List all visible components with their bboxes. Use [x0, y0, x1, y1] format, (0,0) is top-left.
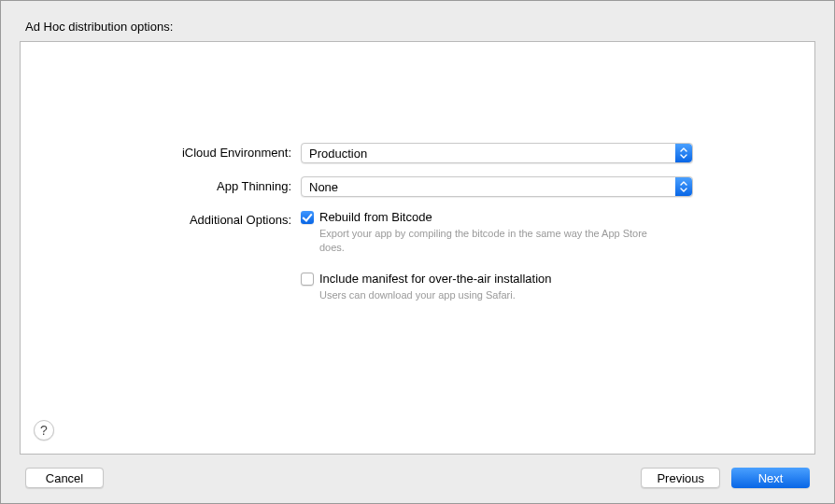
icloud-environment-select[interactable]: Production: [301, 143, 693, 163]
help-button[interactable]: ?: [34, 420, 54, 441]
chevrons-updown-icon: [675, 144, 692, 162]
icloud-row: iCloud Environment: Production: [21, 143, 786, 163]
thinning-label: App Thinning:: [21, 176, 301, 193]
previous-button[interactable]: Previous: [641, 468, 720, 488]
chevrons-updown-icon: [675, 177, 692, 196]
include-manifest-label: Include manifest for over-the-air instal…: [319, 272, 552, 287]
icloud-environment-value: Production: [309, 147, 367, 161]
manifest-group: Include manifest for over-the-air instal…: [301, 272, 693, 302]
rebuild-bitcode-label: Rebuild from Bitcode: [319, 210, 432, 225]
additional-options-row: Additional Options: Rebuild from Bitcode…: [21, 210, 786, 319]
next-button[interactable]: Next: [731, 468, 810, 488]
distribution-options-dialog: Ad Hoc distribution options: iCloud Envi…: [0, 0, 835, 504]
app-thinning-value: None: [309, 180, 338, 194]
include-manifest-checkbox[interactable]: [301, 273, 314, 286]
button-bar: Cancel Previous Next: [20, 468, 815, 488]
rebuild-bitcode-checkbox[interactable]: [301, 211, 314, 224]
rebuild-bitcode-group: Rebuild from Bitcode Export your app by …: [301, 210, 693, 255]
content-panel: iCloud Environment: Production App Thinn…: [20, 41, 815, 455]
app-thinning-select[interactable]: None: [301, 176, 693, 197]
help-icon: ?: [40, 423, 48, 438]
include-manifest-hint: Users can download your app using Safari…: [319, 288, 674, 302]
rebuild-bitcode-hint: Export your app by compiling the bitcode…: [319, 227, 674, 255]
dialog-title: Ad Hoc distribution options:: [25, 20, 815, 34]
additional-options-label: Additional Options:: [21, 210, 301, 227]
thinning-row: App Thinning: None: [21, 176, 786, 197]
cancel-button[interactable]: Cancel: [25, 468, 104, 488]
form-area: iCloud Environment: Production App Thinn…: [21, 143, 814, 332]
icloud-label: iCloud Environment:: [21, 143, 301, 160]
